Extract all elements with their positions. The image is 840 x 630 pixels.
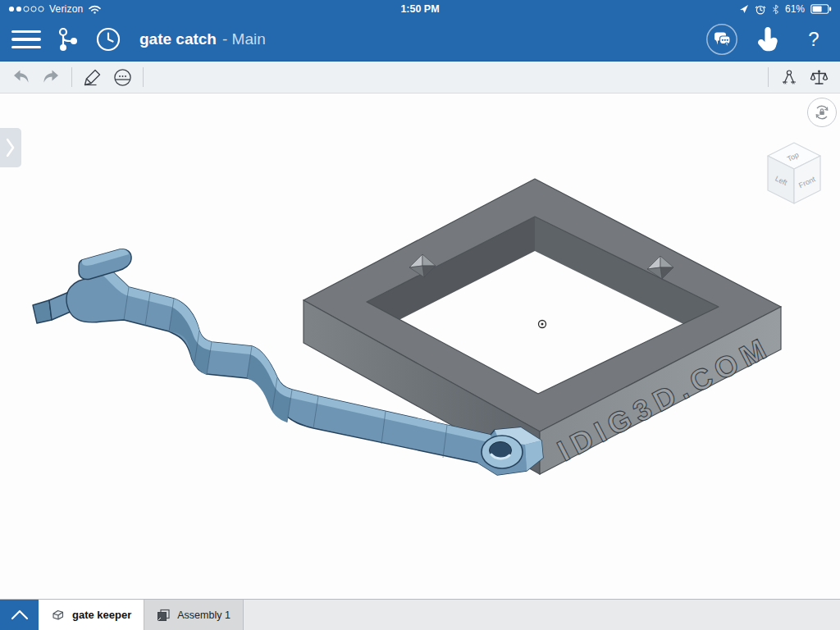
alarm-icon — [755, 4, 766, 15]
undo-button[interactable] — [7, 65, 36, 89]
status-bar: Verizon 1:50 PM 61% — [0, 0, 840, 18]
onshape-app: Verizon 1:50 PM 61% — [0, 0, 840, 630]
toolbar-separator — [71, 67, 72, 87]
tab-label: gate keeper — [72, 609, 131, 621]
model-canvas[interactable]: IDIG3D.COM — [0, 94, 840, 599]
feature-panel-handle[interactable] — [0, 128, 21, 167]
mass-properties-button[interactable] — [804, 65, 833, 89]
versions-button[interactable] — [51, 23, 84, 56]
chevron-right-icon — [7, 139, 15, 157]
wifi-icon — [88, 4, 102, 14]
rotation-lock-icon — [812, 103, 832, 122]
origin-marker[interactable] — [539, 321, 546, 328]
balance-scale-icon — [810, 69, 829, 86]
pencil-icon — [83, 67, 103, 87]
sketch-button[interactable] — [78, 65, 107, 89]
document-name: gate catch — [139, 30, 217, 48]
status-right: 61% — [739, 3, 832, 15]
status-left: Verizon — [8, 3, 102, 15]
tab-assembly[interactable]: Assembly 1 — [144, 600, 244, 630]
sphere-icon — [113, 68, 132, 87]
battery-percent-label: 61% — [785, 3, 805, 15]
app-toolbar: gate catch - Main — [0, 18, 840, 62]
redo-icon — [41, 68, 61, 86]
part-studio-icon — [51, 608, 66, 622]
battery-icon — [810, 4, 832, 14]
appearance-button[interactable] — [107, 65, 137, 89]
document-title: gate catch - Main — [139, 30, 266, 48]
tab-part-studio[interactable]: gate keeper — [39, 600, 144, 630]
3d-model[interactable]: IDIG3D.COM — [0, 94, 840, 599]
assembly-icon — [157, 609, 171, 622]
toolbar-right: ? — [705, 23, 830, 56]
workspace-name: - Main — [222, 30, 266, 48]
help-label: ? — [802, 28, 825, 51]
rotation-lock-button[interactable] — [807, 98, 837, 127]
help-button[interactable]: ? — [797, 23, 830, 56]
toolbar-right-group — [762, 65, 833, 89]
versions-icon — [54, 25, 80, 53]
caliper-icon — [780, 69, 798, 85]
tab-label: Assembly 1 — [177, 609, 231, 621]
menu-button[interactable] — [10, 23, 43, 56]
history-clock-icon — [95, 26, 121, 52]
view-cube[interactable]: Top Left Front — [763, 139, 825, 208]
chat-bubbles-icon — [705, 23, 738, 56]
chevron-up-icon — [11, 609, 29, 620]
hand-pointer-icon — [756, 27, 779, 52]
cell-signal-icon — [8, 6, 44, 12]
history-button[interactable] — [92, 23, 125, 56]
redo-button[interactable] — [36, 65, 66, 89]
location-icon — [739, 4, 749, 14]
clock-time: 1:50 PM — [400, 3, 439, 15]
toolbar-separator — [143, 67, 144, 87]
carrier-label: Verizon — [49, 3, 83, 15]
document-toolbar — [0, 62, 840, 94]
comments-button[interactable] — [705, 23, 738, 56]
tabs-expand-button[interactable] — [0, 600, 39, 630]
bluetooth-icon — [772, 4, 779, 15]
tab-bar: gate keeper Assembly 1 — [0, 599, 840, 630]
hamburger-icon — [11, 30, 41, 49]
touch-mode-button[interactable] — [751, 23, 784, 56]
toolbar-separator — [768, 67, 769, 87]
measure-button[interactable] — [774, 65, 804, 89]
undo-icon — [11, 68, 31, 86]
